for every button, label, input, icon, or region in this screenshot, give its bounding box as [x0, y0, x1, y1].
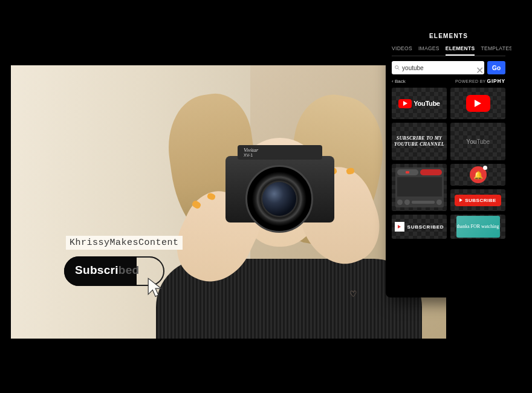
elements-panel: ELEMENTS VIDEOS IMAGES ELEMENTS TEMPLATE… — [386, 25, 511, 297]
cursor-icon — [146, 277, 164, 299]
tile-endscreen-template[interactable] — [392, 164, 447, 211]
thanks-card: thanks FOR watching — [456, 216, 500, 238]
youtube-wordmark-gray: YouTube — [466, 138, 489, 145]
tile-notification-bell[interactable]: 🔔 — [450, 164, 505, 186]
tile-subscribed-badge[interactable]: SUBSCRIBED — [392, 215, 447, 239]
tile-thanks-watching[interactable]: thanks FOR watching — [450, 215, 505, 239]
subscribed-text: SUBSCRIBED — [407, 224, 444, 230]
clear-icon[interactable]: ✕ — [476, 65, 482, 71]
video-canvas: ♡ KhrissyMakesContent Subscribed — [11, 65, 446, 339]
svg-point-0 — [395, 66, 398, 69]
play-square-icon — [395, 222, 404, 232]
search-icon — [394, 64, 400, 71]
panel-title: ELEMENTS — [392, 33, 505, 39]
endscreen-preview — [395, 167, 444, 207]
tab-videos[interactable]: VIDEOS — [392, 45, 412, 56]
svg-line-1 — [398, 68, 399, 70]
subscribe-text-main: Subscri — [75, 264, 118, 276]
youtube-wordmark: YouTube — [414, 100, 440, 107]
tile-subscribe-script[interactable]: SUBSCRIBE TO MY YOUTUBE CHANNEL — [392, 123, 447, 160]
script-subscribe-text: SUBSCRIBE TO MY YOUTUBE CHANNEL — [392, 135, 447, 147]
tile-youtube-logo-full[interactable]: YouTube — [392, 88, 447, 119]
channel-name-overlay[interactable]: KhrissyMakesContent — [66, 236, 183, 250]
tab-elements[interactable]: ELEMENTS — [446, 45, 475, 56]
search-input[interactable] — [402, 65, 476, 71]
tile-subscribe-pill[interactable]: SUBSCRIBE — [450, 189, 505, 211]
heart-tattoo: ♡ — [349, 289, 357, 299]
tab-templates[interactable]: TEMPLATES — [481, 45, 511, 56]
elements-grid: YouTube SUBSCRIBE TO MY YOUTUBE CHANNEL … — [392, 88, 505, 239]
bell-icon: 🔔 — [470, 166, 487, 183]
panel-tabs: VIDEOS IMAGES ELEMENTS TEMPLATES — [392, 45, 505, 56]
tile-youtube-logo-gray[interactable]: YouTube — [450, 123, 505, 160]
youtube-play-icon — [398, 99, 412, 108]
subscribe-pill: SUBSCRIBE — [455, 195, 501, 206]
back-link[interactable]: ‹ Back — [392, 79, 406, 84]
youtube-play-icon — [466, 95, 490, 112]
tab-images[interactable]: IMAGES — [418, 45, 440, 56]
go-button[interactable]: Go — [487, 61, 505, 74]
search-field[interactable]: ✕ — [392, 61, 484, 74]
tile-youtube-play-button[interactable] — [450, 88, 505, 119]
powered-by-label: POWERED BY GIPHY — [455, 78, 505, 84]
subscribe-text-dim: bed — [118, 264, 140, 276]
